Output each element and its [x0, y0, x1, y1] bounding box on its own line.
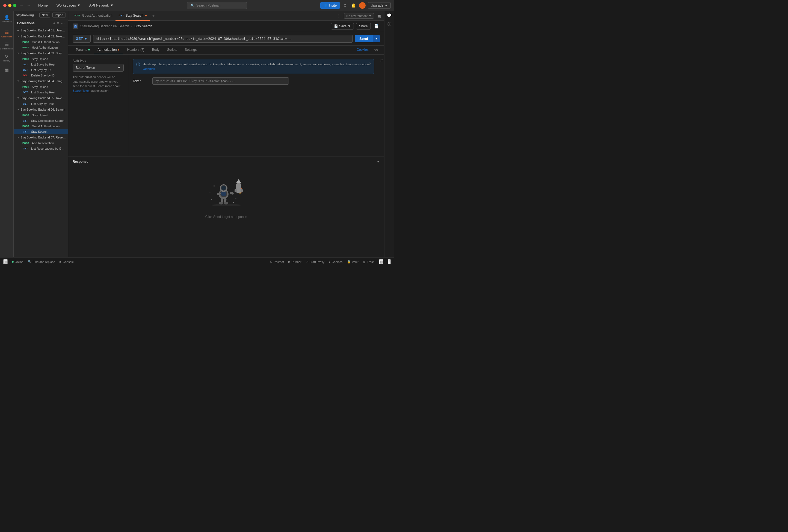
auth-type-selector[interactable]: Bearer Token ▼ [73, 64, 124, 72]
add-tab-button[interactable]: + [150, 13, 157, 18]
list-item[interactable]: POST Stay Upload [14, 56, 68, 62]
collection-header-6[interactable]: ▼ StayBooking Backend 06. Search [14, 106, 68, 113]
tab-headers[interactable]: Headers (7) [124, 46, 147, 54]
send-button[interactable]: Send [355, 35, 372, 42]
back-button[interactable]: ← [19, 2, 24, 9]
info-circle-icon[interactable]: ⓘ [388, 22, 391, 27]
list-item[interactable]: POST Guest Authentication [14, 39, 68, 45]
home-link[interactable]: Home [36, 2, 50, 8]
save-button[interactable]: 💾 Save ▼ [331, 23, 354, 29]
list-item[interactable]: POST Add Reservation [14, 140, 68, 146]
collection-header-4[interactable]: ▼ StayBooking Backend 04. Image Servi... [14, 78, 68, 84]
viewer-icon[interactable]: ▣ [376, 13, 382, 19]
collection-header-5[interactable]: ▼ StayBooking Backend 05. Token Prote... [14, 95, 68, 101]
resize-icon[interactable]: ⇵ [379, 57, 384, 63]
auth-content: Auth Type Bearer Token ▼ The authorizati… [68, 55, 384, 156]
doc-icon[interactable]: 📄 [373, 23, 380, 29]
breadcrumb-current: Stay Search [134, 24, 152, 28]
list-item[interactable]: GET List Stays by Host [14, 90, 68, 95]
bearer-token-link[interactable]: Bearer Token [73, 89, 91, 92]
forward-button[interactable]: → [26, 2, 32, 9]
sort-button[interactable]: ≡ [57, 21, 59, 25]
breadcrumb-collection[interactable]: StayBooking Backend 06. Search [80, 24, 129, 28]
cookies-status-button[interactable]: ● Cookies [329, 260, 342, 263]
titlebar: ← → Home Workspaces ▼ API Network ▼ 🔍 Se… [0, 0, 394, 11]
vault-button[interactable]: 🔒 Vault [347, 260, 358, 263]
postbot-button[interactable]: ⚙ Postbot [270, 260, 284, 263]
trash-button[interactable]: 🗑 Trash [363, 260, 375, 263]
avatar[interactable] [359, 2, 366, 9]
new-button[interactable]: New [39, 13, 50, 18]
share-button[interactable]: Share [356, 23, 371, 29]
request-tabs: Params Authorization Headers (7) Body Sc… [68, 46, 384, 55]
chat-icon[interactable]: 💬 [387, 13, 392, 18]
fullscreen-button[interactable] [13, 4, 16, 7]
tab-cookies[interactable]: Cookies [353, 46, 372, 54]
more-options-button[interactable]: ⋯ [61, 21, 65, 25]
send-dropdown-button[interactable]: ▼ [372, 35, 380, 42]
grid-icon[interactable]: ▦ [379, 259, 383, 264]
method-badge: GET [21, 130, 29, 133]
layout-button[interactable]: ▦ [3, 259, 8, 264]
invite-button[interactable]: 👤 Invite [320, 2, 340, 9]
tab-params[interactable]: Params [73, 46, 93, 54]
list-item-active[interactable]: GET Stay Search [14, 129, 68, 134]
list-item[interactable]: GET List Stays by Host [14, 62, 68, 67]
tab-body[interactable]: Body [149, 46, 163, 54]
variables-link[interactable]: variables [143, 67, 155, 71]
collapse-button[interactable]: ⋮ [336, 13, 341, 19]
collection-header-1[interactable]: ► StayBooking Backend 01. User Regist... [14, 27, 68, 33]
svg-point-22 [233, 202, 234, 203]
list-item[interactable]: POST Stay Upload [14, 84, 68, 90]
online-indicator[interactable]: Online [12, 260, 23, 263]
url-input[interactable] [93, 35, 353, 43]
console-button[interactable]: ▶ Console [60, 260, 74, 263]
workspace-icon[interactable]: 👤 Staybooking [1, 13, 12, 24]
settings-icon[interactable]: ⚙ [342, 2, 348, 9]
api-network-link[interactable]: API Network ▼ [87, 2, 116, 8]
collection-header-3[interactable]: ▼ StayBooking Backend 03. Stay Manag... [14, 50, 68, 56]
close-button[interactable] [3, 4, 6, 7]
cookies-icon: ● [329, 260, 331, 263]
list-item[interactable]: POST Host Authentication [14, 45, 68, 50]
sidebar-item-grid[interactable]: ▦ [1, 64, 12, 75]
find-replace-button[interactable]: 🔍 Find and replace [28, 260, 55, 263]
sidebar-item-environments[interactable]: ☴ Environments [1, 40, 12, 51]
sidebar-item-collections[interactable]: ☷ Collections [1, 28, 12, 39]
tab-scripts[interactable]: Scripts [164, 46, 180, 54]
list-item[interactable]: GET Get Stay by ID [14, 67, 68, 73]
workspaces-link[interactable]: Workspaces ▼ [54, 2, 83, 8]
minimize-button[interactable] [8, 4, 12, 7]
method-badge: GET [21, 68, 29, 72]
list-item[interactable]: GET List Stay by Host [14, 101, 68, 106]
search-bar[interactable]: 🔍 Search Postman [187, 2, 247, 9]
tab-authorization[interactable]: Authorization [94, 46, 123, 54]
proxy-button[interactable]: ◎ Start Proxy [306, 260, 324, 263]
token-input[interactable] [152, 77, 289, 85]
tab-settings[interactable]: Settings [182, 46, 200, 54]
sidebar-item-history[interactable]: ⟳ History [1, 53, 12, 63]
list-item[interactable]: POST Guest Authentication [14, 123, 68, 129]
tab-guest-auth[interactable]: POST Guest Authentication [71, 11, 116, 21]
method-selector[interactable]: GET ▼ [73, 35, 91, 43]
help-icon[interactable]: ? [388, 259, 391, 264]
upgrade-button[interactable]: Upgrade ▼ [368, 2, 391, 9]
import-button[interactable]: Import [53, 13, 66, 18]
add-collection-button[interactable]: + [53, 21, 55, 25]
tab-stay-search[interactable]: GET Stay Search [116, 11, 150, 21]
collection-header-7[interactable]: ▼ StayBooking Backend 07. Reservation [14, 134, 68, 140]
banner-close-button[interactable]: ✕ [369, 61, 372, 66]
list-item[interactable]: GET List Reservations by Guest [14, 146, 68, 151]
code-icon[interactable]: </> [373, 47, 380, 53]
list-item[interactable]: DEL Delete Stay by ID [14, 73, 68, 78]
environment-selector[interactable]: No environment ▼ [344, 13, 374, 19]
runner-button[interactable]: ▶ Runner [288, 260, 301, 263]
runner-icon: ▶ [288, 260, 291, 263]
list-item[interactable]: GET Stay Geolocation Search [14, 118, 68, 123]
bell-icon[interactable]: 🔔 [350, 2, 357, 9]
list-item[interactable]: POST Stay Upload [14, 113, 68, 118]
collection-header-2[interactable]: ▼ StayBooking Backend 02. Token Auth... [14, 33, 68, 39]
astronaut-illustration [206, 178, 247, 211]
person-icon: 👤 [323, 3, 328, 7]
response-header[interactable]: Response ▼ [73, 160, 380, 163]
